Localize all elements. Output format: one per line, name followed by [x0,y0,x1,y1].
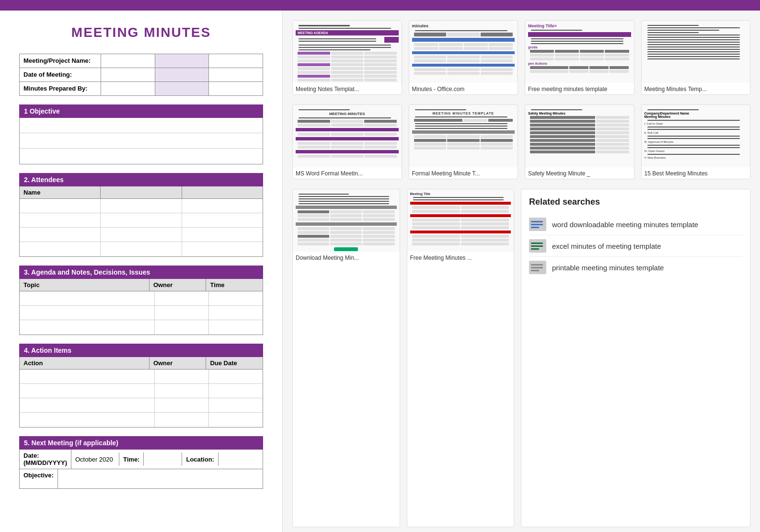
objective-field[interactable] [58,469,263,488]
ag2c2[interactable] [155,306,209,320]
date-field[interactable] [101,68,155,81]
action-row2[interactable] [20,384,263,398]
ag2c1[interactable] [20,306,155,320]
a3c1[interactable] [20,228,101,242]
section-action: 4. Action Items Action Owner Due Date [19,344,263,428]
prepared-field2[interactable] [155,82,209,95]
related-text-1: word downloadable meeting minutes templa… [552,220,698,229]
ag3c2[interactable] [155,320,209,335]
meeting-name-field[interactable] [101,54,155,68]
date-label: Date of Meeting: [20,68,101,81]
objective-row3[interactable] [20,149,263,164]
right-panel: MEETING AGENDA [283,11,760,532]
nm-location-value[interactable] [219,452,266,466]
attendee-row3[interactable] [20,228,263,242]
a4c2[interactable] [101,242,182,256]
a2c1[interactable] [20,213,101,227]
date-field2[interactable] [155,68,209,81]
section-objective: 1 Objective [19,104,263,164]
thumb-img-9 [293,189,400,252]
ac4c3[interactable] [209,413,263,427]
ac2c1[interactable] [20,384,155,398]
a3c3[interactable] [182,228,263,242]
attendee-row4[interactable] [20,242,263,256]
ac2c3[interactable] [209,384,263,398]
meeting-name-field3[interactable] [209,54,263,68]
ag1c3[interactable] [209,291,263,305]
nm-date-value[interactable]: October 2020 [71,452,119,466]
related-icon-3 [529,261,546,274]
nm-time-value[interactable] [144,452,182,466]
action-row4[interactable] [20,413,263,427]
ac1c2[interactable] [155,370,209,383]
top-bar [0,0,760,11]
ac2c2[interactable] [155,384,209,398]
thumb-card-10[interactable]: Meeting Title [407,189,515,527]
thumb-card-2[interactable]: minutes [409,20,518,95]
related-item-1[interactable]: word downloadable meeting minutes templa… [529,214,742,235]
action-row3[interactable] [20,398,263,413]
thumb-card-4[interactable]: Meeting Minutes Temp... [641,20,751,95]
ag3c3[interactable] [209,320,263,335]
related-item-2[interactable]: excel minutes of meeting template [529,235,742,257]
thumb-img-10: Meeting Title [407,189,514,252]
prepared-field[interactable] [101,82,155,95]
thumb-card-6[interactable]: MEETING MINUTES TEMPLATE [409,104,518,179]
attendees-table-header: Name [19,186,263,199]
attendee-row1[interactable] [20,199,263,213]
date-field3[interactable] [209,68,263,81]
action-duedate-col: Due Date [206,357,263,369]
ag2c3[interactable] [209,306,263,320]
a2c2[interactable] [101,213,182,227]
a1c3[interactable] [182,199,263,213]
a1c2[interactable] [101,199,182,213]
thumb-img-4 [642,21,750,83]
thumb-card-5[interactable]: MEETING MINUTES [292,104,402,179]
thumb-img-8: Company/Department NameMeeting Minutes I… [642,105,750,167]
ac1c3[interactable] [209,370,263,383]
thumb-label-6: Formal Meeting Minute T... [409,167,518,179]
thumbnails-row1: MEETING AGENDA [292,20,750,95]
objective-row2[interactable] [20,133,263,149]
prepared-label: Minutes Prepared By: [20,82,101,95]
meeting-name-field2[interactable] [155,54,209,68]
action-table-header: Action Owner Due Date [19,357,263,370]
ac3c3[interactable] [209,398,263,412]
attendee-row2[interactable] [20,213,263,228]
agenda-row2[interactable] [20,306,263,320]
agenda-row1[interactable] [20,291,263,306]
thumb-img-3: Meeting Title> groda [525,21,634,83]
agenda-time-col: Time [206,279,263,291]
thumb-card-9[interactable]: Download Meeting Min... [292,189,400,527]
section-attendees: 2. Attendees Name [19,173,263,257]
a4c1[interactable] [20,242,101,256]
thumb-label-3: Free meeting minutes template [525,83,634,94]
thumb-card-8[interactable]: Company/Department NameMeeting Minutes I… [641,104,751,179]
attendees-col2 [101,186,182,198]
thumb-img-7: Safety Meeting Minutes [525,105,634,167]
action-row1[interactable] [20,370,263,384]
ac4c1[interactable] [20,413,155,427]
related-item-3[interactable]: printable meeting minutes template [529,257,742,278]
attendees-col3 [182,186,263,198]
ac3c2[interactable] [155,398,209,412]
related-text-2: excel minutes of meeting template [552,242,661,250]
ag1c1[interactable] [20,291,155,305]
a3c2[interactable] [101,228,182,242]
ag3c1[interactable] [20,320,155,335]
ac4c2[interactable] [155,413,209,427]
a2c3[interactable] [182,213,263,227]
ac3c1[interactable] [20,398,155,412]
agenda-row3[interactable] [20,320,263,335]
objective-row1[interactable] [20,118,263,133]
thumb-card-1[interactable]: MEETING AGENDA [292,20,402,95]
ag1c2[interactable] [155,291,209,305]
a1c1[interactable] [20,199,101,213]
agenda-table-header: Topic Owner Time [19,279,263,291]
section-agenda: 3. Agenda and Notes, Decisions, Issues T… [19,266,263,335]
thumb-card-7[interactable]: Safety Meeting Minutes [525,104,634,179]
thumb-card-3[interactable]: Meeting Title> groda [525,20,634,95]
prepared-field3[interactable] [209,82,263,95]
a4c3[interactable] [182,242,263,256]
ac1c1[interactable] [20,370,155,383]
